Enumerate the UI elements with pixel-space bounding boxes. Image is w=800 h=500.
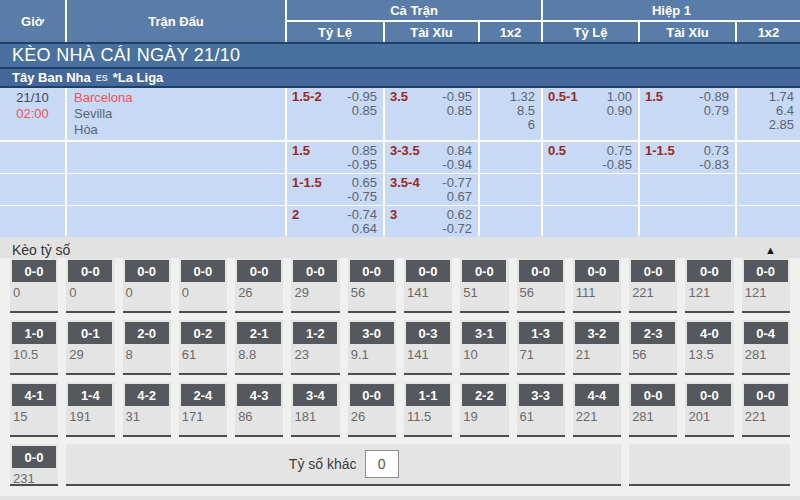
- score-button[interactable]: 0-0: [519, 260, 563, 282]
- score-odds-value: 31: [126, 409, 171, 424]
- odds-value[interactable]: 0.65: [347, 176, 377, 190]
- odds-value[interactable]: 0.90: [607, 104, 632, 118]
- odds-cell-h1-ou: 1.5-0.890.79: [640, 88, 735, 140]
- odds-value[interactable]: 0.85: [347, 104, 377, 118]
- score-button[interactable]: 1-2: [293, 322, 337, 344]
- odds-value[interactable]: -0.72: [442, 222, 472, 236]
- score-button[interactable]: 2-1: [237, 322, 281, 344]
- score-button[interactable]: 3-0: [350, 322, 394, 344]
- odds-value[interactable]: 0.64: [347, 222, 377, 236]
- score-button[interactable]: 3-2: [575, 322, 619, 344]
- score-button[interactable]: 2-3: [631, 322, 675, 344]
- odds-value[interactable]: 0.75: [602, 144, 632, 158]
- odds-value[interactable]: -0.83: [699, 158, 729, 172]
- score-button[interactable]: 4-3: [237, 384, 281, 406]
- league-row[interactable]: Tây Ban Nha es *La Liga: [0, 69, 800, 88]
- odds-cell-h1-ou: 1-1.50.73-0.83: [640, 142, 735, 173]
- score-cell: 0-0221: [629, 258, 677, 313]
- odds-value[interactable]: 0.67: [442, 190, 472, 204]
- other-score-input[interactable]: [365, 450, 399, 478]
- score-button[interactable]: 0-0: [350, 260, 394, 282]
- score-button[interactable]: 0-0: [744, 260, 788, 282]
- collapse-arrow-icon[interactable]: ▲: [765, 244, 776, 256]
- score-button[interactable]: 1-1: [406, 384, 450, 406]
- score-button[interactable]: 4-4: [575, 384, 619, 406]
- score-button[interactable]: 2-2: [462, 384, 506, 406]
- odds-value[interactable]: -0.85: [602, 158, 632, 172]
- score-cell: 0-129: [66, 320, 114, 375]
- odds-value[interactable]: -0.89: [699, 90, 729, 104]
- score-cell: 2-08: [123, 320, 171, 375]
- score-button[interactable]: 0-1: [68, 322, 112, 344]
- odds-value[interactable]: 2.85: [769, 118, 794, 132]
- score-button[interactable]: 0-0: [406, 260, 450, 282]
- odds-value[interactable]: -0.95: [442, 90, 472, 104]
- score-button[interactable]: 0-0: [575, 260, 619, 282]
- score-button[interactable]: 4-2: [125, 384, 169, 406]
- score-button[interactable]: 2-0: [125, 322, 169, 344]
- score-button[interactable]: 1-3: [519, 322, 563, 344]
- odds-cell-ft-1x2: [480, 206, 541, 237]
- score-cell: 0-0141: [404, 258, 452, 313]
- odds-value[interactable]: 0.84: [442, 144, 472, 158]
- odds-value[interactable]: 6.4: [769, 104, 794, 118]
- score-button[interactable]: 0-0: [350, 384, 394, 406]
- score-button[interactable]: 0-0: [12, 260, 56, 282]
- score-button[interactable]: 4-1: [12, 384, 56, 406]
- odds-value[interactable]: 0.85: [347, 144, 377, 158]
- match-date: 21/10: [0, 90, 65, 106]
- odds-value[interactable]: -0.77: [442, 176, 472, 190]
- score-button[interactable]: 0-0: [631, 384, 675, 406]
- score-button[interactable]: 1-4: [68, 384, 112, 406]
- score-button[interactable]: 0-0: [744, 384, 788, 406]
- odds-value[interactable]: 0.85: [442, 104, 472, 118]
- score-cell: 0-0281: [629, 382, 677, 437]
- odds-value[interactable]: 0.79: [699, 104, 729, 118]
- match-row: 1-1.50.65-0.753.5-4-0.770.67: [0, 174, 800, 204]
- score-section-title: Kèo tỷ số: [12, 242, 70, 258]
- odds-values: 0.84-0.94: [442, 144, 472, 172]
- score-button[interactable]: 3-4: [293, 384, 337, 406]
- odds-cell-h1-hdp: [543, 206, 638, 237]
- score-odds-value: 111: [576, 285, 621, 300]
- odds-value[interactable]: -0.94: [442, 158, 472, 172]
- odds-value[interactable]: 0.73: [699, 144, 729, 158]
- score-odds-value: 29: [294, 285, 339, 300]
- score-button[interactable]: 0-0: [631, 260, 675, 282]
- score-button[interactable]: 0-3: [406, 322, 450, 344]
- score-cell: 3-4181: [291, 382, 339, 437]
- odds-value[interactable]: 6: [510, 118, 535, 132]
- score-button[interactable]: 0-0: [462, 260, 506, 282]
- score-button[interactable]: 0-0: [687, 384, 731, 406]
- handicap-line: 0.5: [548, 144, 566, 172]
- score-button[interactable]: 4-0: [687, 322, 731, 344]
- score-cell: 4-231: [123, 382, 171, 437]
- odds-value[interactable]: -0.75: [347, 190, 377, 204]
- score-button[interactable]: 1-0: [12, 322, 56, 344]
- odds-value[interactable]: 1.74: [769, 90, 794, 104]
- score-button[interactable]: 0-0: [687, 260, 731, 282]
- score-button[interactable]: 0-0: [181, 260, 225, 282]
- score-button[interactable]: 2-4: [181, 384, 225, 406]
- score-button[interactable]: 0-0: [293, 260, 337, 282]
- score-button[interactable]: 0-0: [68, 260, 112, 282]
- score-button[interactable]: 0-0: [125, 260, 169, 282]
- score-cell: 0-026: [348, 382, 396, 437]
- odds-value[interactable]: 1.32: [510, 90, 535, 104]
- score-button[interactable]: 3-3: [519, 384, 563, 406]
- odds-value[interactable]: 1.00: [607, 90, 632, 104]
- score-button[interactable]: 3-1: [462, 322, 506, 344]
- correct-score-section: Kèo tỷ số ▲ 0-000-000-000-000-0260-0290-…: [0, 236, 800, 496]
- score-odds-value: 0: [182, 285, 227, 300]
- odds-value[interactable]: -0.74: [347, 208, 377, 222]
- odds-cell-ft-ou: 3-3.50.84-0.94: [385, 142, 478, 173]
- odds-value[interactable]: -0.95: [347, 158, 377, 172]
- score-cell: 1-223: [291, 320, 339, 375]
- score-button[interactable]: 0-0: [237, 260, 281, 282]
- odds-value[interactable]: 8.5: [510, 104, 535, 118]
- score-button[interactable]: 0-4: [744, 322, 788, 344]
- score-button[interactable]: 0-2: [181, 322, 225, 344]
- odds-value[interactable]: 0.62: [442, 208, 472, 222]
- odds-value[interactable]: -0.95: [347, 90, 377, 104]
- score-button[interactable]: 0-0: [12, 446, 56, 468]
